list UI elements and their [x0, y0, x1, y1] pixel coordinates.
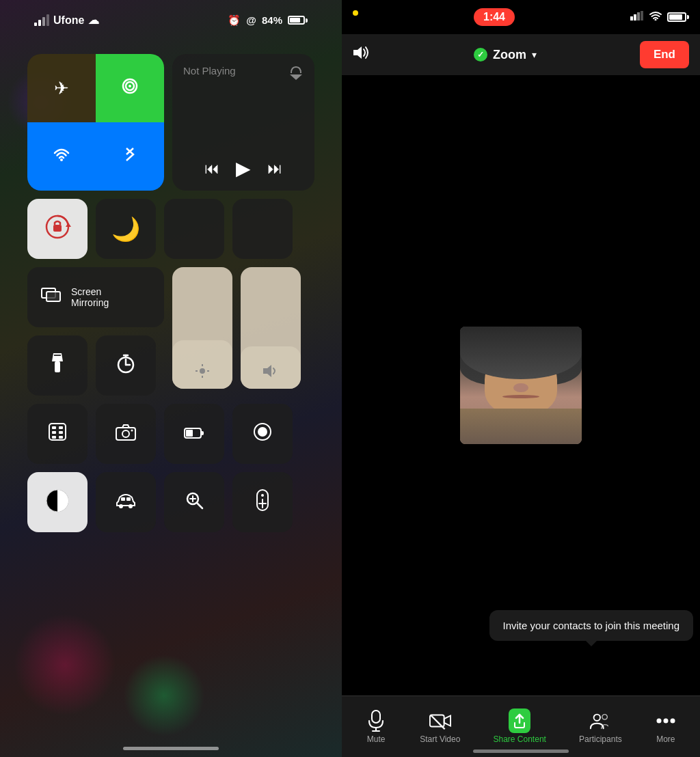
end-meeting-button[interactable]: End [640, 41, 689, 68]
battery-icon [288, 16, 308, 25]
camera-icon [116, 423, 136, 445]
car-icon [116, 491, 136, 513]
right-status-bar: 1:44 [342, 0, 700, 34]
participant-face [460, 327, 582, 444]
signal-icon [630, 11, 644, 23]
invite-tooltip[interactable]: Invite your contacts to join this meetin… [489, 610, 693, 641]
right-status-left [353, 8, 358, 27]
share-content-button[interactable]: Share Content [485, 704, 554, 749]
play-button[interactable]: ▶ [236, 157, 251, 180]
more-icon [655, 710, 677, 732]
svg-rect-9 [55, 361, 60, 372]
media-controls: ⏮ ▶ ⏭ [183, 157, 304, 180]
camera-button[interactable] [96, 404, 156, 464]
media-top: Not Playing [183, 65, 304, 83]
do-not-disturb-button[interactable]: 🌙 [96, 199, 156, 259]
invite-tooltip-text: Invite your contacts to join this meetin… [503, 620, 679, 631]
rewind-button[interactable]: ⏮ [204, 160, 219, 178]
svg-point-17 [200, 368, 205, 374]
cc-row-1: ✈ [27, 54, 314, 191]
screen-record-button[interactable] [232, 404, 293, 464]
zoom-toolbar: Mute Start Video [342, 696, 700, 757]
svg-line-44 [197, 503, 202, 508]
cellular-button[interactable] [96, 54, 164, 122]
svg-point-2 [129, 85, 131, 87]
ios-control-center: Ufone ☁ ⏰ @ 84% ✈ [0, 0, 342, 757]
contrast-button[interactable] [27, 472, 88, 532]
magnifier-button[interactable] [164, 472, 224, 532]
screen-lock-button[interactable] [27, 199, 88, 259]
svg-rect-24 [52, 426, 56, 429]
bluetooth-button[interactable] [96, 122, 164, 191]
svg-rect-52 [634, 14, 636, 20]
airplay-icon[interactable] [288, 65, 304, 83]
calculator-button[interactable] [27, 404, 88, 464]
svg-rect-8 [46, 292, 60, 301]
battery-status-button[interactable] [164, 404, 224, 464]
battery-status-icon [667, 12, 689, 22]
svg-rect-11 [54, 355, 61, 356]
zoom-video-area: Invite your contacts to join this meetin… [342, 75, 700, 696]
control-center-grid: ✈ [27, 54, 314, 532]
media-title: Not Playing [183, 65, 236, 77]
svg-marker-10 [52, 353, 63, 361]
zoom-app-name: Zoom [493, 48, 526, 62]
svg-point-66 [656, 718, 661, 723]
svg-rect-26 [52, 431, 56, 434]
screen-mirroring-button[interactable]: Screen Mirroring [27, 267, 164, 327]
svg-marker-5 [66, 223, 71, 227]
remote-icon [256, 488, 269, 517]
share-content-label: Share Content [494, 734, 546, 744]
wifi-button[interactable] [27, 122, 96, 191]
car-play-button[interactable] [96, 472, 156, 532]
mute-button[interactable]: Mute [357, 704, 395, 749]
right-status-group: ⏰ @ 84% [228, 14, 308, 27]
cc-row-4 [27, 404, 314, 464]
start-video-button[interactable]: Start Video [412, 704, 468, 749]
fast-forward-button[interactable]: ⏭ [267, 160, 282, 178]
zoom-title-area[interactable]: ✓ Zoom ▾ [474, 48, 537, 62]
timer-button[interactable] [96, 335, 156, 396]
svg-point-37 [258, 427, 267, 437]
brightness-slider[interactable] [172, 267, 232, 389]
wifi-icon: ☁ [88, 14, 99, 27]
svg-point-65 [602, 714, 608, 719]
empty-button-1[interactable] [164, 199, 224, 259]
svg-point-48 [261, 494, 264, 497]
svg-point-40 [129, 504, 133, 508]
svg-point-68 [670, 718, 675, 723]
svg-rect-28 [52, 436, 56, 439]
speaker-button[interactable] [353, 45, 371, 64]
mute-label: Mute [367, 734, 386, 744]
svg-point-67 [663, 718, 668, 723]
empty-button-2[interactable] [232, 199, 293, 259]
share-content-icon [509, 710, 530, 732]
svg-rect-53 [637, 12, 640, 20]
lock-rotation-icon [44, 213, 71, 245]
svg-point-64 [594, 714, 600, 720]
right-status-icons [630, 11, 689, 23]
screen-record-icon [253, 422, 272, 446]
svg-rect-25 [59, 426, 63, 429]
brightness-icon [194, 363, 211, 382]
airplane-mode-button[interactable]: ✈ [27, 54, 96, 122]
remote-button[interactable] [232, 472, 293, 532]
connectivity-block: ✈ [27, 54, 164, 191]
svg-point-55 [655, 19, 657, 21]
cc-row-2: 🌙 [27, 199, 314, 259]
svg-rect-34 [186, 430, 193, 437]
start-video-icon [429, 710, 451, 732]
participants-button[interactable]: Participants [571, 704, 630, 749]
magnifier-icon [185, 491, 204, 514]
more-label: More [656, 734, 675, 744]
battery-status-icon [184, 423, 204, 445]
volume-slider[interactable] [241, 267, 301, 389]
flashlight-button[interactable] [27, 335, 88, 396]
svg-rect-57 [372, 711, 380, 723]
more-button[interactable]: More [647, 704, 685, 749]
screen-mirroring-icon [41, 288, 62, 307]
wifi-status-icon [649, 11, 662, 23]
svg-rect-54 [641, 11, 643, 20]
at-icon: @ [246, 14, 256, 26]
flashlight-icon [50, 353, 65, 378]
